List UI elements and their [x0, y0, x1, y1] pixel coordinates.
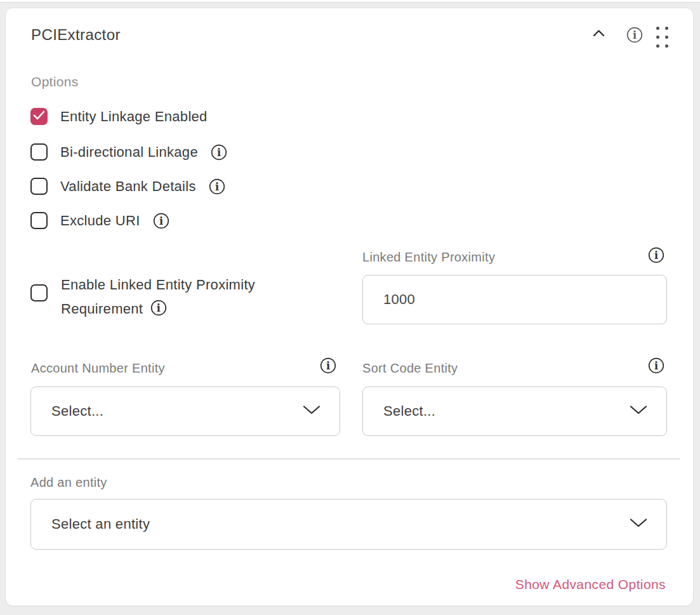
- checkbox-row-bidirectional: Bi-directional Linkage i: [30, 143, 227, 161]
- show-advanced-options-link[interactable]: Show Advanced Options: [515, 577, 666, 592]
- validate-bank-details-checkbox[interactable]: [30, 178, 48, 195]
- previous-card-edge: [0, 0, 700, 3]
- info-icon[interactable]: i: [150, 300, 167, 316]
- chevron-up-icon: [593, 28, 605, 39]
- sort-code-entity-label: Sort Code Entity: [362, 361, 458, 376]
- info-icon[interactable]: i: [211, 144, 227, 161]
- svg-text:i: i: [326, 360, 330, 372]
- proximity-checkbox-label: Enable Linked Entity Proximity Requireme…: [61, 273, 302, 321]
- panel-info-icon[interactable]: i: [626, 27, 643, 43]
- drag-handle-icon[interactable]: [656, 27, 670, 53]
- section-divider: [18, 458, 680, 460]
- select-value: Select...: [31, 403, 103, 420]
- info-icon[interactable]: i: [648, 357, 664, 374]
- svg-text:i: i: [217, 147, 221, 159]
- svg-text:i: i: [159, 215, 163, 227]
- chevron-down-icon: [630, 405, 647, 418]
- sort-code-entity-select[interactable]: Select...: [362, 387, 667, 436]
- info-icon[interactable]: i: [320, 357, 336, 374]
- checkbox-row-exclude-uri: Exclude URI i: [30, 212, 169, 229]
- add-entity-label: Add an entity: [30, 475, 107, 490]
- chevron-down-icon: [630, 518, 647, 531]
- exclude-uri-checkbox[interactable]: [30, 212, 48, 229]
- svg-text:i: i: [633, 29, 637, 41]
- collapse-button[interactable]: [590, 26, 607, 41]
- info-icon[interactable]: i: [209, 178, 225, 195]
- account-number-entity-label: Account Number Entity: [31, 361, 165, 376]
- bidirectional-linkage-checkbox[interactable]: [30, 143, 48, 161]
- info-icon[interactable]: i: [648, 247, 664, 263]
- pci-extractor-panel: PCIExtractor i Options Entity Linkage En…: [5, 8, 694, 606]
- select-value: Select...: [363, 403, 435, 420]
- checkmark-icon: [33, 110, 45, 122]
- proximity-field-label: Linked Entity Proximity: [362, 250, 495, 265]
- account-number-entity-select[interactable]: Select...: [30, 387, 340, 436]
- checkbox-label: Exclude URI: [60, 213, 140, 229]
- checkbox-row-validate-bank: Validate Bank Details i: [30, 178, 225, 195]
- svg-text:i: i: [215, 181, 219, 193]
- svg-text:i: i: [654, 360, 658, 372]
- checkbox-row-entity-linkage: Entity Linkage Enabled: [30, 108, 208, 125]
- checkbox-label: Bi-directional Linkage: [60, 144, 198, 161]
- svg-text:i: i: [654, 249, 658, 261]
- options-section-label: Options: [31, 74, 78, 89]
- add-entity-select[interactable]: Select an entity: [30, 499, 667, 550]
- select-value: Select an entity: [31, 516, 150, 532]
- panel-title: PCIExtractor: [31, 26, 121, 44]
- checkbox-label: Validate Bank Details: [60, 178, 196, 195]
- info-icon[interactable]: i: [153, 213, 169, 229]
- enable-proximity-checkbox[interactable]: [30, 284, 48, 301]
- svg-text:i: i: [157, 302, 161, 314]
- chevron-down-icon: [303, 405, 320, 418]
- checkbox-label: Entity Linkage Enabled: [60, 109, 208, 125]
- entity-linkage-checkbox[interactable]: [30, 108, 48, 125]
- proximity-input[interactable]: [362, 275, 667, 324]
